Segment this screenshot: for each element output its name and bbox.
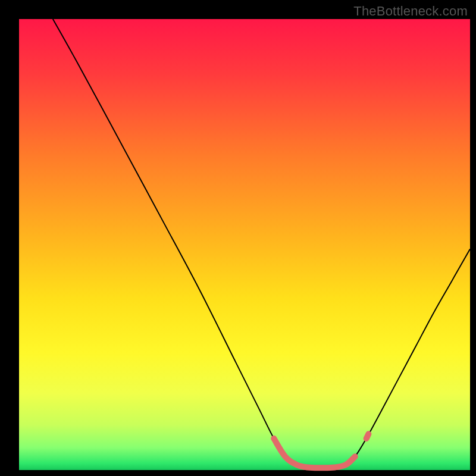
watermark-label: TheBottleneck.com xyxy=(353,4,468,19)
bottleneck-chart: TheBottleneck.com xyxy=(0,0,476,476)
chart-svg xyxy=(0,0,476,476)
plot-background xyxy=(19,19,470,470)
highlight-dot xyxy=(367,434,369,439)
